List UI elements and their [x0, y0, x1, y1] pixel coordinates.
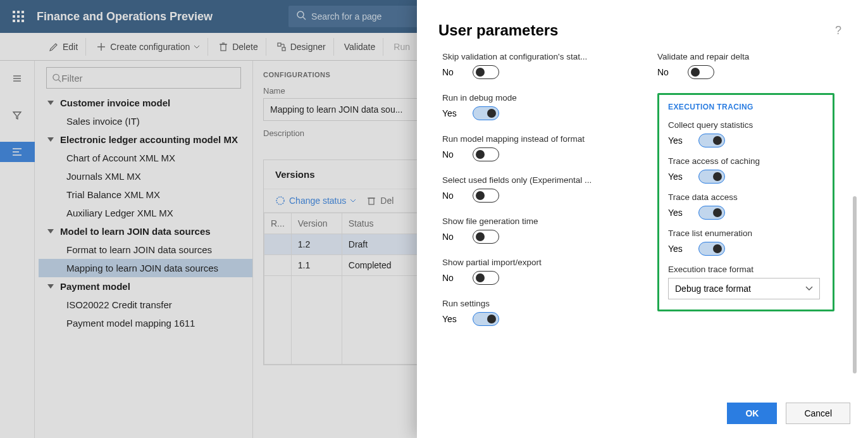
exec-setting-3-toggle[interactable] [698, 242, 725, 256]
col-r[interactable]: R... [264, 213, 292, 234]
svg-point-0 [297, 11, 304, 18]
left-setting-6-value: Yes [442, 314, 461, 324]
run-button: Run [386, 38, 418, 56]
exec-setting-2-toggle[interactable] [698, 206, 725, 220]
exec-setting-1-toggle[interactable] [698, 170, 725, 184]
left-setting-1-label: Run in debug mode [442, 93, 594, 103]
list-icon[interactable] [0, 142, 35, 162]
search-icon [296, 10, 306, 23]
left-setting-3-label: Select used fields only (Experimental ..… [442, 175, 594, 185]
tree-item[interactable]: Auxiliary Ledger XML MX [39, 204, 252, 222]
tree-item[interactable]: Sales invoice (IT) [39, 112, 252, 130]
exec-setting-3-value: Yes [668, 244, 687, 254]
svg-rect-7 [278, 43, 281, 46]
svg-line-1 [303, 17, 306, 20]
change-status-button[interactable]: Change status [275, 196, 356, 206]
tree-item[interactable]: ISO20022 Credit transfer [39, 296, 252, 314]
designer-label: Designer [290, 42, 326, 52]
tree-filter-input[interactable] [46, 67, 241, 89]
exec-setting-1-value: Yes [668, 172, 687, 182]
svg-line-18 [58, 80, 61, 82]
tree-group[interactable]: Payment model [39, 277, 252, 296]
designer-button[interactable]: Designer [269, 38, 334, 56]
hamburger-icon[interactable] [7, 68, 27, 89]
validate-repair-delta-value: No [657, 67, 676, 77]
create-label: Create configuration [110, 42, 190, 52]
left-setting-0-value: No [442, 67, 461, 77]
validate-repair-delta-label: Validate and repair delta [657, 52, 809, 61]
left-setting-6-label: Run settings [442, 299, 594, 308]
help-icon[interactable]: ? [835, 24, 846, 37]
chevron-down-icon [350, 199, 356, 203]
delete-button[interactable]: Delete [211, 38, 266, 56]
exec-setting-2-value: Yes [668, 208, 687, 218]
chevron-down-icon [805, 286, 813, 291]
panel-title: User parameters [438, 22, 558, 39]
validate-button[interactable]: Validate [337, 38, 384, 56]
left-setting-4-toggle[interactable] [473, 230, 499, 244]
exec-format-dropdown[interactable]: Debug trace format [668, 278, 820, 299]
left-setting-3-value: No [442, 191, 461, 201]
exec-setting-1-label: Trace access of caching [668, 156, 820, 166]
left-setting-4-value: No [442, 232, 461, 242]
svg-point-19 [276, 197, 284, 204]
left-setting-5-label: Show partial import/export [442, 258, 594, 267]
exec-format-label: Execution trace format [668, 265, 820, 274]
left-setting-1-value: Yes [442, 108, 461, 118]
left-setting-6-toggle[interactable] [473, 312, 499, 326]
col-version[interactable]: Version [291, 213, 342, 234]
left-setting-4-label: Show file generation time [442, 216, 594, 226]
tree-item[interactable]: Chart of Account XML MX [39, 149, 252, 167]
svg-rect-20 [369, 198, 374, 204]
user-parameters-panel: User parameters ? Skip validation at con… [417, 0, 868, 438]
refresh-icon [275, 196, 285, 206]
tree-item[interactable]: Trial Balance XML MX [39, 185, 252, 204]
exec-setting-0-label: Collect query statistics [668, 120, 820, 130]
tree-group[interactable]: Model to learn JOIN data sources [39, 222, 252, 241]
edit-button[interactable]: Edit [41, 38, 86, 56]
left-setting-0-toggle[interactable] [473, 65, 499, 79]
search-icon [52, 73, 61, 83]
exec-setting-2-label: Trace data access [668, 192, 820, 202]
left-setting-5-value: No [442, 273, 461, 283]
filter-icon[interactable] [7, 105, 27, 125]
waffle-icon[interactable] [13, 11, 24, 22]
trash-icon [366, 196, 376, 206]
app-title: Finance and Operations Preview [37, 10, 213, 23]
left-setting-0-label: Skip validation at configuration's stat.… [442, 52, 594, 61]
left-setting-5-toggle[interactable] [473, 271, 499, 285]
scrollbar[interactable] [853, 196, 857, 373]
edit-label: Edit [63, 42, 78, 52]
validate-repair-delta-toggle[interactable] [688, 65, 714, 79]
left-setting-1-toggle[interactable] [473, 106, 499, 120]
versions-delete-button[interactable]: Del [366, 196, 394, 206]
svg-point-17 [53, 74, 59, 80]
exec-setting-0-value: Yes [668, 135, 687, 146]
tree-item[interactable]: Payment model mapping 1611 [39, 314, 252, 332]
exec-setting-0-toggle[interactable] [698, 134, 725, 147]
ok-button[interactable]: OK [727, 403, 777, 424]
left-setting-2-label: Run model mapping instead of format [442, 134, 594, 144]
tree-item[interactable]: Journals XML MX [39, 167, 252, 185]
execution-tracing-header: EXECUTION TRACING [668, 103, 824, 111]
left-setting-2-value: No [442, 149, 461, 160]
chevron-down-icon [194, 45, 200, 49]
create-config-button[interactable]: Create configuration [89, 38, 208, 56]
tree-group[interactable]: Electronic ledger accounting model MX [39, 130, 252, 149]
tree-item[interactable]: Format to learn JOIN data sources [39, 241, 252, 259]
exec-setting-3-label: Trace list enumeration [668, 228, 820, 238]
left-setting-3-toggle[interactable] [473, 189, 499, 203]
cancel-button[interactable]: Cancel [786, 403, 850, 424]
left-setting-2-toggle[interactable] [473, 147, 499, 161]
tree-item[interactable]: Mapping to learn JOIN data sources [39, 259, 252, 277]
tree-group[interactable]: Customer invoice model [39, 94, 252, 112]
svg-rect-8 [282, 47, 285, 51]
delete-label: Delete [232, 42, 257, 52]
svg-rect-4 [221, 44, 226, 51]
